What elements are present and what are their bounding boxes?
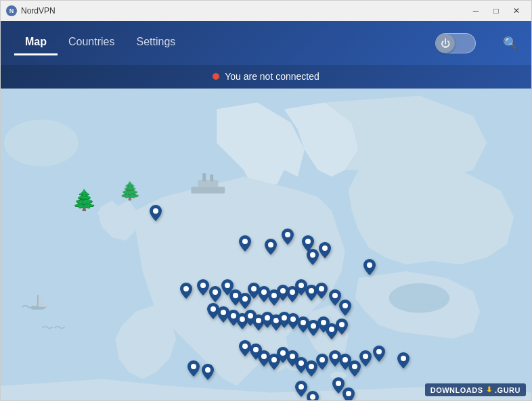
toggle-thumb: ⏻ bbox=[436, 34, 455, 53]
svg-point-1 bbox=[4, 119, 79, 166]
location-pin[interactable] bbox=[307, 249, 319, 268]
svg-point-38 bbox=[290, 289, 295, 295]
svg-point-63 bbox=[261, 354, 267, 359]
svg-point-44 bbox=[210, 306, 216, 312]
svg-point-25 bbox=[310, 252, 315, 258]
location-pin[interactable] bbox=[150, 205, 162, 224]
watermark-text: DOWNLOADS bbox=[430, 386, 483, 394]
location-pin[interactable] bbox=[180, 283, 192, 302]
connection-status-text: You are not connected bbox=[225, 71, 319, 82]
tab-countries[interactable]: Countries bbox=[58, 30, 125, 55]
location-pin[interactable] bbox=[397, 352, 409, 371]
location-pin[interactable] bbox=[316, 354, 328, 373]
close-button[interactable]: ✕ bbox=[507, 3, 526, 18]
svg-point-39 bbox=[298, 283, 304, 288]
watermark-icon: ⬇ bbox=[486, 385, 493, 394]
location-pin[interactable] bbox=[295, 381, 307, 400]
svg-text:🌲: 🌲 bbox=[119, 180, 141, 202]
location-pin[interactable] bbox=[339, 300, 351, 319]
location-pin[interactable] bbox=[239, 235, 251, 254]
location-pin[interactable] bbox=[282, 229, 294, 247]
svg-point-24 bbox=[305, 239, 311, 244]
svg-point-68 bbox=[309, 364, 314, 369]
svg-point-41 bbox=[319, 286, 324, 291]
watermark-domain: .GURU bbox=[495, 386, 520, 394]
svg-point-37 bbox=[280, 288, 286, 293]
svg-point-40 bbox=[309, 288, 314, 293]
svg-point-26 bbox=[322, 245, 328, 251]
svg-rect-17 bbox=[210, 174, 213, 181]
svg-point-64 bbox=[271, 357, 277, 362]
svg-point-57 bbox=[329, 327, 334, 332]
tab-settings[interactable]: Settings bbox=[125, 30, 186, 55]
location-pin[interactable] bbox=[342, 387, 355, 401]
svg-point-58 bbox=[339, 322, 345, 327]
svg-point-45 bbox=[221, 310, 226, 315]
svg-point-71 bbox=[342, 357, 348, 362]
svg-point-79 bbox=[346, 391, 351, 396]
app-title: NordVPN bbox=[21, 6, 56, 16]
location-pin[interactable] bbox=[265, 239, 277, 258]
nav-tabs: Map Countries Settings bbox=[14, 30, 408, 55]
watermark: DOWNLOADS ⬇ .GURU bbox=[425, 383, 526, 396]
svg-point-59 bbox=[191, 364, 196, 369]
status-bar: You are not connected bbox=[1, 65, 531, 89]
svg-point-72 bbox=[352, 364, 357, 369]
svg-point-61 bbox=[242, 344, 248, 349]
svg-point-65 bbox=[280, 350, 286, 356]
svg-point-34 bbox=[251, 286, 257, 291]
svg-point-76 bbox=[298, 384, 304, 390]
svg-point-42 bbox=[332, 293, 338, 298]
svg-text:🌲: 🌲 bbox=[72, 188, 97, 212]
window-controls: ─ □ ✕ bbox=[466, 3, 526, 18]
tab-map[interactable]: Map bbox=[14, 30, 58, 55]
svg-point-21 bbox=[242, 239, 248, 244]
location-pin[interactable] bbox=[359, 350, 372, 369]
svg-point-43 bbox=[342, 303, 348, 308]
title-bar-left: N NordVPN bbox=[6, 5, 56, 16]
svg-point-22 bbox=[268, 242, 273, 247]
svg-point-20 bbox=[153, 208, 158, 214]
svg-rect-14 bbox=[191, 187, 225, 193]
minimize-button[interactable]: ─ bbox=[466, 3, 485, 18]
location-pin[interactable] bbox=[307, 391, 319, 401]
location-pin[interactable] bbox=[319, 242, 331, 261]
svg-point-50 bbox=[265, 315, 270, 321]
location-pin[interactable] bbox=[202, 364, 214, 383]
search-button[interactable]: 🔍 bbox=[503, 36, 518, 51]
location-pin[interactable] bbox=[336, 319, 348, 337]
location-pin[interactable] bbox=[197, 279, 209, 298]
svg-point-54 bbox=[301, 320, 306, 325]
svg-point-49 bbox=[256, 318, 261, 323]
svg-point-46 bbox=[231, 313, 236, 319]
svg-rect-16 bbox=[202, 173, 206, 181]
svg-point-78 bbox=[336, 381, 341, 386]
svg-point-31 bbox=[225, 283, 230, 288]
location-pin[interactable] bbox=[315, 283, 328, 302]
power-icon: ⏻ bbox=[441, 39, 450, 48]
map-container[interactable]: 〜〜 〜〜 🌲 🌲 bbox=[1, 89, 531, 401]
svg-rect-15 bbox=[198, 180, 218, 187]
svg-point-53 bbox=[290, 316, 296, 322]
svg-point-52 bbox=[282, 315, 287, 321]
maximize-button[interactable]: □ bbox=[487, 3, 506, 18]
svg-point-77 bbox=[310, 394, 315, 400]
svg-text:〜〜: 〜〜 bbox=[41, 321, 66, 335]
svg-point-60 bbox=[205, 367, 210, 373]
power-toggle[interactable]: ⏻ bbox=[435, 33, 476, 53]
location-pin[interactable] bbox=[363, 259, 376, 278]
svg-point-33 bbox=[242, 296, 248, 302]
toggle-track[interactable]: ⏻ bbox=[435, 33, 476, 53]
svg-rect-8 bbox=[37, 295, 39, 307]
connection-status-dot bbox=[213, 73, 219, 80]
svg-point-28 bbox=[183, 286, 189, 291]
svg-point-70 bbox=[332, 354, 338, 359]
location-pin[interactable] bbox=[373, 346, 385, 364]
location-pin[interactable] bbox=[209, 286, 221, 305]
svg-point-69 bbox=[319, 357, 325, 362]
app-header: Map Countries Settings ⏻ 🔍 bbox=[1, 21, 531, 65]
location-pin[interactable] bbox=[187, 360, 200, 379]
svg-point-27 bbox=[367, 262, 372, 268]
svg-point-35 bbox=[261, 289, 267, 295]
svg-point-55 bbox=[311, 323, 316, 329]
